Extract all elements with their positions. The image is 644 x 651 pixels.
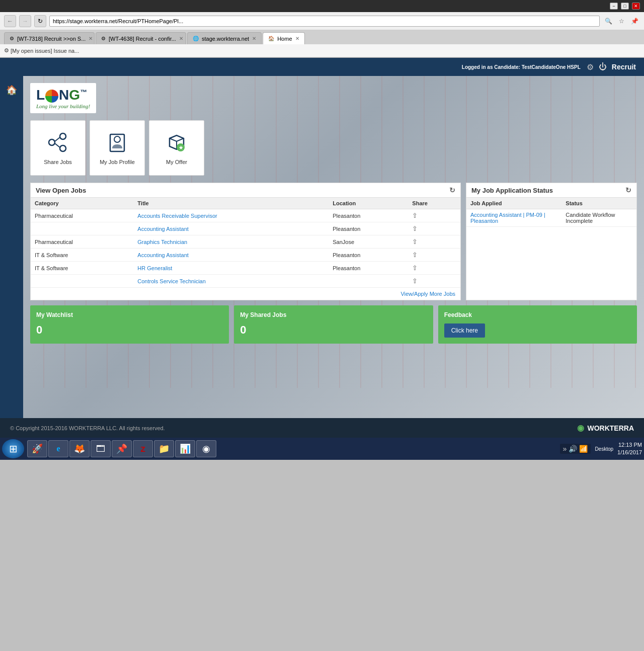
tab-home[interactable]: 🏠 Home ✕ xyxy=(263,32,304,44)
window-minimize-button[interactable]: − xyxy=(610,3,618,10)
taskbar-desktop-label[interactable]: Desktop xyxy=(595,446,613,452)
share-icon[interactable]: ⇧ xyxy=(412,225,418,232)
cell-category: Pharmaceutical xyxy=(31,209,133,222)
table-row: Accounting Assistant Pleasanton ⇧ xyxy=(31,222,460,235)
cell-share[interactable]: ⇧ xyxy=(408,262,460,275)
col-location: Location xyxy=(329,198,408,209)
header-actions: ⚙ ⏻ Recruit xyxy=(587,62,636,72)
firefox-icon: 🦊 xyxy=(74,443,85,454)
job-applied-link[interactable]: Accounting Assistant | PM-09 | Pleasanto… xyxy=(470,212,545,224)
shared-jobs-panel: My Shared Jobs 0 xyxy=(234,305,433,344)
pin-icon[interactable]: 📌 xyxy=(629,16,640,27)
cell-category xyxy=(31,275,133,288)
my-offer-card[interactable]: ★ My Offer xyxy=(149,120,204,176)
chrome-icon: ◉ xyxy=(202,443,210,454)
star-icon[interactable]: ☆ xyxy=(616,16,627,27)
feedback-button[interactable]: Click here xyxy=(444,323,485,338)
my-job-profile-card[interactable]: My Job Profile xyxy=(90,120,145,176)
cell-title[interactable]: Graphics Technician xyxy=(133,235,329,249)
job-title-link[interactable]: Accounting Assistant xyxy=(137,252,189,258)
share-icon[interactable]: ⇧ xyxy=(412,212,418,219)
back-button[interactable]: ← xyxy=(4,15,16,27)
tab-favicon: ⚙ xyxy=(101,36,106,41)
footer-brand: ◉ WORKTERRA xyxy=(577,423,634,433)
taskbar-firefox[interactable]: 🦊 xyxy=(69,440,90,457)
tab-close-icon[interactable]: ✕ xyxy=(179,36,183,41)
taskbar-chrome[interactable]: ◉ xyxy=(196,440,216,457)
tab-close-icon[interactable]: ✕ xyxy=(89,36,93,41)
job-title-link[interactable]: Controls Service Technician xyxy=(137,278,206,284)
job-title-link[interactable]: Accounting Assistant xyxy=(137,226,189,232)
share-icon[interactable]: ⇧ xyxy=(412,277,418,285)
refresh-button[interactable]: ↻ xyxy=(34,15,46,27)
cell-title[interactable]: Controls Service Technician xyxy=(133,275,329,288)
cell-title[interactable]: HR Generalist xyxy=(133,262,329,275)
tray-expand-icon[interactable]: » xyxy=(563,445,567,453)
job-status-refresh-icon[interactable]: ↻ xyxy=(625,186,631,194)
svg-point-6 xyxy=(114,136,120,142)
taskbar-rocket[interactable]: 🚀 xyxy=(27,440,47,457)
share-icon[interactable]: ⇧ xyxy=(412,264,418,272)
tab-wt7318[interactable]: ⚙ [WT-7318] Recruit >>on S... ✕ xyxy=(4,32,95,44)
window-close-button[interactable]: ✕ xyxy=(632,3,640,10)
cell-title[interactable]: Accounting Assistant xyxy=(133,222,329,235)
tab-stage[interactable]: 🌐 stage.workterra.net ✕ xyxy=(187,32,262,44)
cell-share[interactable]: ⇧ xyxy=(408,222,460,235)
share-jobs-label: Share Jobs xyxy=(44,159,72,165)
cell-job-applied[interactable]: Accounting Assistant | PM-09 | Pleasanto… xyxy=(466,209,561,227)
cell-share[interactable]: ⇧ xyxy=(408,235,460,249)
taskbar-files[interactable]: 📁 xyxy=(154,440,174,457)
logo-L: L xyxy=(36,87,45,103)
tray-network-icon[interactable]: 📶 xyxy=(579,445,588,453)
tab-label: stage.workterra.net xyxy=(202,36,249,42)
window-maximize-button[interactable]: □ xyxy=(621,3,629,10)
cell-location: Pleasanton xyxy=(329,262,408,275)
settings-icon[interactable]: ⚙ xyxy=(587,62,594,72)
open-jobs-refresh-icon[interactable]: ↻ xyxy=(449,186,455,194)
browser-tabs: ⚙ [WT-7318] Recruit >>on S... ✕ ⚙ [WT-46… xyxy=(0,30,644,44)
taskbar-app8[interactable]: 📊 xyxy=(175,440,195,457)
share-icon[interactable]: ⇧ xyxy=(412,238,418,246)
job-title-link[interactable]: Accounts Receivable Supervisor xyxy=(137,213,217,219)
taskbar-zotero[interactable]: Z xyxy=(133,440,153,457)
view-more-jobs[interactable]: View/Apply More Jobs xyxy=(31,288,460,300)
cell-title[interactable]: Accounting Assistant xyxy=(133,249,329,262)
taskbar-app4[interactable]: 🗔 xyxy=(91,440,111,457)
cell-share[interactable]: ⇧ xyxy=(408,249,460,262)
share-jobs-card[interactable]: Share Jobs xyxy=(30,120,86,176)
job-title-link[interactable]: Graphics Technician xyxy=(137,239,187,245)
tab-close-icon[interactable]: ✕ xyxy=(252,36,256,41)
main-layout: 🏠 LNG™ Long live your building! xyxy=(0,76,644,418)
logo-G: G xyxy=(69,87,80,103)
feedback-title: Feedback xyxy=(444,311,631,318)
forward-button[interactable]: → xyxy=(19,15,31,27)
power-icon[interactable]: ⏻ xyxy=(599,62,607,71)
bookmark-label: [My open issues] Issue na... xyxy=(11,48,79,54)
tab-label: [WT-7318] Recruit >>on S... xyxy=(17,36,86,42)
footer-copyright: © Copyright 2015-2016 WORKTERRA LLC. All… xyxy=(10,425,165,431)
cell-share[interactable]: ⇧ xyxy=(408,275,460,288)
logo: LNG™ xyxy=(36,87,90,103)
start-button[interactable]: ⊞ xyxy=(2,439,24,458)
sidebar-home-icon[interactable]: 🏠 xyxy=(3,81,21,99)
address-bar[interactable] xyxy=(49,16,600,27)
cell-share[interactable]: ⇧ xyxy=(408,209,460,222)
taskbar-sticky[interactable]: 📌 xyxy=(112,440,132,457)
tab-favicon: 🏠 xyxy=(268,36,274,41)
tray-volume-icon[interactable]: 🔊 xyxy=(569,445,577,453)
search-icon[interactable]: 🔍 xyxy=(603,16,614,27)
cell-title[interactable]: Accounts Receivable Supervisor xyxy=(133,209,329,222)
portal-content: LNG™ Long live your building! xyxy=(23,76,644,351)
brand-label: Recruit xyxy=(612,63,636,71)
job-title-link[interactable]: HR Generalist xyxy=(137,265,172,271)
tab-close-icon[interactable]: ✕ xyxy=(295,36,299,41)
my-offer-icon: ★ xyxy=(166,131,188,155)
share-icon[interactable]: ⇧ xyxy=(412,251,418,259)
bookmark-issues[interactable]: ⚙ [My open issues] Issue na... xyxy=(4,47,79,54)
candidate-info: Logged in as Candidate: TestCandidateOne… xyxy=(462,64,581,70)
taskbar-ie[interactable]: e xyxy=(48,440,68,457)
clock-time: 12:13 PM xyxy=(617,441,642,449)
svg-point-0 xyxy=(60,133,66,139)
watchlist-count: 0 xyxy=(36,323,223,337)
tab-wt4638[interactable]: ⚙ [WT-4638] Recruit - confir... ✕ xyxy=(96,32,186,44)
